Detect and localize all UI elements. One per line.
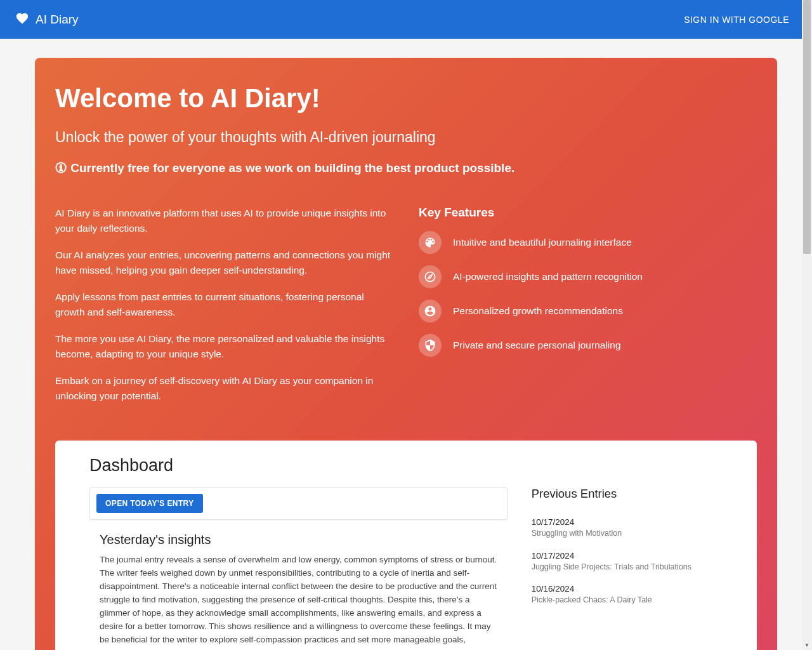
feature-text: Intuitive and beautiful journaling inter… [453,237,632,248]
features-title: Key Features [419,206,757,220]
hero-paragraph: AI Diary is an innovative platform that … [55,206,393,236]
entry-title: Pickle-packed Chaos: A Dairy Tale [532,595,719,606]
heart-icon [15,11,29,28]
feature-item: Private and secure personal journaling [419,334,757,357]
dashboard-body: OPEN TODAY'S ENTRY Yesterday's insights … [89,487,723,650]
insights-title: Yesterday's insights [89,533,508,547]
insights-body: The journal entry reveals a sense of ove… [89,554,508,650]
feature-text: Personalized growth recommendations [453,305,623,317]
hero-right: Key Features Intuitive and beautiful jou… [419,206,757,415]
entry-title: Juggling Side Projects: Trials and Tribu… [532,562,719,573]
hero-pricing-note: 🛈 Currently free for everyone as we work… [55,161,757,175]
person-icon [419,300,442,322]
previous-entries-title: Previous Entries [523,487,719,501]
shield-icon [419,334,442,357]
compass-icon [419,265,442,288]
feature-item: Intuitive and beautiful journaling inter… [419,231,757,254]
feature-text: Private and secure personal journaling [453,340,621,351]
hero-paragraph: Our AI analyzes your entries, uncovering… [55,248,393,278]
header: AI Diary SIGN IN WITH GOOGLE [0,0,812,39]
dashboard-left: OPEN TODAY'S ENTRY Yesterday's insights … [89,487,508,650]
feature-text: AI-powered insights and pattern recognit… [453,271,643,282]
signin-button[interactable]: SIGN IN WITH GOOGLE [676,10,797,30]
entry-item[interactable]: 10/17/2024 Juggling Side Projects: Trial… [523,551,719,573]
hero: Welcome to AI Diary! Unlock the power of… [35,58,777,650]
hero-subtitle: Unlock the power of your thoughts with A… [55,129,757,146]
entry-item[interactable]: 10/17/2024 Struggling with Motivation [523,517,719,540]
scrollbar[interactable]: ▲ ▼ [802,0,812,650]
hero-paragraph: The more you use AI Diary, the more pers… [55,331,393,362]
logo-container[interactable]: AI Diary [15,11,79,28]
feature-item: AI-powered insights and pattern recognit… [419,265,757,288]
open-today-entry-button[interactable]: OPEN TODAY'S ENTRY [96,494,203,513]
app-name: AI Diary [36,13,79,27]
entry-date: 10/17/2024 [532,517,719,527]
entry-title: Struggling with Motivation [532,528,719,540]
palette-icon [419,231,442,254]
entry-item[interactable]: 10/16/2024 Pickle-packed Chaos: A Dairy … [523,584,719,606]
open-entry-card: OPEN TODAY'S ENTRY [89,487,508,520]
hero-paragraph: Apply lessons from past entries to curre… [55,289,393,320]
hero-paragraph: Embark on a journey of self-discovery wi… [55,373,393,404]
entry-date: 10/16/2024 [532,584,719,594]
hero-content: AI Diary is an innovative platform that … [55,206,757,415]
entry-date: 10/17/2024 [532,551,719,560]
dashboard-preview: Dashboard OPEN TODAY'S ENTRY Yesterday's… [55,441,757,650]
scrollbar-thumb[interactable] [803,0,811,254]
hero-title: Welcome to AI Diary! [55,83,757,114]
dashboard-right: Previous Entries 10/17/2024 Struggling w… [523,487,719,650]
feature-item: Personalized growth recommendations [419,300,757,322]
dashboard-title: Dashboard [89,456,723,475]
hero-left: AI Diary is an innovative platform that … [55,206,393,415]
scroll-down-icon[interactable]: ▼ [802,640,812,650]
